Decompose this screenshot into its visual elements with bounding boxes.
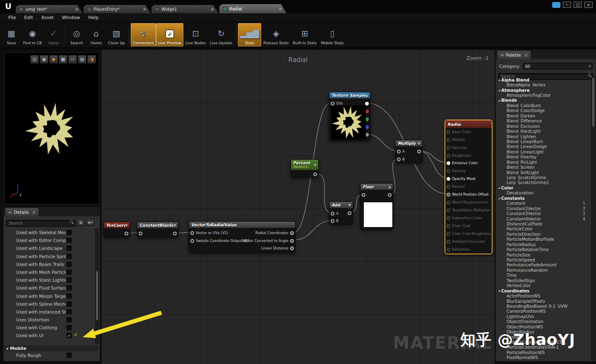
out-pin[interactable] xyxy=(313,171,317,177)
palette-item-pixelnormalws[interactable]: PixelNormalWS xyxy=(496,355,592,360)
palette-item-blend-linearlight[interactable]: Blend_LinearLight xyxy=(496,149,592,154)
palette-item-blend-colordodge[interactable]: Blend_ColorDodge xyxy=(496,108,592,113)
viewport-cylinder-button[interactable]: ▥ xyxy=(30,55,39,64)
palette-item-desaturation[interactable]: Desaturation xyxy=(496,191,592,196)
property-matrix-button[interactable]: ▦ xyxy=(77,219,85,226)
collapse-icon[interactable]: ▼ xyxy=(125,224,127,227)
node-header[interactable]: Radial xyxy=(445,120,492,129)
palette-item-blend-colorburn[interactable]: Blend_ColorBurn xyxy=(496,103,592,108)
menu-window[interactable]: Window xyxy=(58,14,84,21)
a-pin[interactable]: A xyxy=(331,211,339,216)
checkbox-used-with-editor-compositing[interactable] xyxy=(67,238,72,243)
details-tab[interactable]: ≡ Details × xyxy=(5,208,38,216)
release-stats-button[interactable]: ◈Release Stats xyxy=(261,23,291,46)
base-color-pin[interactable]: Base Color xyxy=(447,129,471,135)
viewport-sphere-button[interactable]: ● xyxy=(40,55,48,64)
pin-dot[interactable] xyxy=(313,172,317,176)
built-in-stats-button[interactable]: ⊞Built-In Stats xyxy=(291,23,319,46)
a-pin[interactable]: A xyxy=(397,148,405,154)
in-pin[interactable] xyxy=(362,192,365,198)
checkbox-used-with-morph-targets[interactable] xyxy=(67,294,72,299)
checkbox-used-with-fluid-surfaces[interactable] xyxy=(67,285,72,290)
out-pin[interactable] xyxy=(417,148,421,154)
palette-item-particlerelativetime[interactable]: ParticleRelativeTime xyxy=(496,247,592,252)
pin-dot[interactable] xyxy=(447,193,450,196)
tab-playerentry[interactable]: PlayerEntry*× xyxy=(84,5,151,13)
collapse-icon[interactable]: ▼ xyxy=(348,204,351,207)
out-pin[interactable] xyxy=(125,230,128,236)
details-search-input[interactable] xyxy=(6,220,75,227)
opacity-pin[interactable]: Opacity xyxy=(447,168,466,174)
minimize-button[interactable]: ─ xyxy=(563,2,571,8)
collapse-icon[interactable]: ▼ xyxy=(174,224,176,227)
node-header[interactable]: Multiply▼ xyxy=(396,140,422,147)
pin-dot[interactable] xyxy=(397,150,401,153)
pin-dot[interactable] xyxy=(290,231,294,235)
viewport-grid-button[interactable]: ▦ xyxy=(78,55,87,64)
search-button[interactable]: ◎Search xyxy=(67,23,87,46)
opacity-mask-pin[interactable]: Opacity Mask xyxy=(447,176,476,182)
mobile-section-header[interactable]: Mobile xyxy=(4,345,98,351)
details-scrollbar[interactable] xyxy=(95,229,99,344)
node-texcoord[interactable]: TexCoord▼ xyxy=(103,222,130,237)
reset-to-default-icon[interactable]: ↺ xyxy=(74,333,77,337)
in-pin[interactable] xyxy=(139,230,142,236)
close-button[interactable]: × xyxy=(584,2,593,8)
palette-item-objectpositionws[interactable]: ObjectPositionWS xyxy=(496,324,592,329)
tab-close-icon[interactable]: × xyxy=(142,7,147,12)
pin-dot[interactable] xyxy=(190,239,194,243)
viewport-plane-button[interactable]: ▭ xyxy=(68,55,77,64)
vector-converted-to-angle-pin[interactable]: Vector Converted to Angle xyxy=(242,238,294,244)
b-pin[interactable]: B xyxy=(331,218,339,224)
tessellation-multiplier-pin[interactable]: Tessellation Multiplier xyxy=(447,207,490,213)
pin-dot[interactable] xyxy=(139,232,142,235)
palette-scrollbar[interactable] xyxy=(591,77,595,360)
palette-item-blend-screen[interactable]: Blend_Screen xyxy=(496,165,592,170)
details-close-icon[interactable]: × xyxy=(32,210,36,215)
pin-dot[interactable] xyxy=(388,193,392,197)
palette-item-constant2vector[interactable]: Constant2Vector2 xyxy=(496,206,592,211)
checkbox-used-with-particle-sprites[interactable] xyxy=(67,254,72,259)
clear-coat-pin[interactable]: Clear Coat xyxy=(447,223,471,229)
specular-pin[interactable]: Specular xyxy=(447,145,467,151)
checkbox-used-with-landscape[interactable] xyxy=(67,246,72,251)
tab-radial[interactable]: Radial× xyxy=(219,4,286,13)
palette-item-perinstancefadeamount[interactable]: PerInstanceFadeAmount xyxy=(496,263,592,268)
checkbox-used-with-static-lighting[interactable] xyxy=(67,278,72,283)
tab-close-icon[interactable]: × xyxy=(74,7,79,12)
radial-coordinates-pin[interactable]: Radial Coordinates xyxy=(255,230,294,236)
palette-item-blursampleoffsets[interactable]: BlurSampleOffsets xyxy=(496,299,592,304)
pin-dot[interactable] xyxy=(397,158,401,161)
pin-dot[interactable] xyxy=(447,185,450,189)
palette-group-coordinates[interactable]: Coordinates xyxy=(496,288,592,293)
collapse-icon[interactable]: ▲ xyxy=(389,185,391,189)
preview-viewport[interactable]: ▥●◆■▭▦◑ × Y xyxy=(4,52,99,204)
linear-distance-pin[interactable]: Linear Distance xyxy=(261,245,294,251)
checkbox-used-with-clothing[interactable] xyxy=(67,325,72,330)
refraction-pin[interactable]: Refraction xyxy=(447,247,470,252)
pin-dot[interactable] xyxy=(447,138,450,142)
node-header[interactable]: Add▼ xyxy=(329,202,353,208)
ambient-occlusion-pin[interactable]: Ambient Occlusion xyxy=(447,239,485,244)
palette-item-blend-lighten[interactable]: Blend_Lighten xyxy=(496,134,592,139)
node-header[interactable]: PercentParam(1)▼ xyxy=(291,160,318,170)
palette-item-boundingboxbased-0-1-uvw[interactable]: BoundingBoxBased_0-1_UVW xyxy=(496,304,592,309)
node-header[interactable]: TexCoord▼ xyxy=(104,222,130,229)
node-add[interactable]: Add▼AB xyxy=(329,201,353,225)
node-multiply[interactable]: Multiply▼AB xyxy=(395,140,423,163)
palette-item-actorpositionws[interactable]: ActorPositionWS xyxy=(496,293,592,298)
swizzle-coordinate-output-b-pin[interactable]: Swizzle Coordinate Output (B) xyxy=(190,238,249,244)
checkbox-used-with-ui[interactable]: ✓ xyxy=(67,333,72,338)
node-percent[interactable]: PercentParam(1)▼ xyxy=(291,159,319,177)
palette-item-particlepositionws[interactable]: ParticlePositionWS xyxy=(496,350,592,355)
pin-dot[interactable] xyxy=(331,212,334,216)
node-radial[interactable]: RadialBase ColorMetallicSpecularRoughnes… xyxy=(445,120,492,254)
node-constantbiasscale[interactable]: ConstantBiasScale▼ xyxy=(137,222,178,237)
palette-item-camerapositionws[interactable]: CameraPositionWS xyxy=(496,309,592,314)
pin-dot[interactable] xyxy=(331,102,334,105)
home-button[interactable]: ⌂Home xyxy=(87,23,106,46)
palette-group-color[interactable]: Color xyxy=(496,185,592,190)
pin-dot[interactable] xyxy=(290,239,294,243)
palette-item-blend-lineardodge[interactable]: Blend_LinearDodge xyxy=(496,144,592,149)
out-pin[interactable] xyxy=(388,192,392,198)
